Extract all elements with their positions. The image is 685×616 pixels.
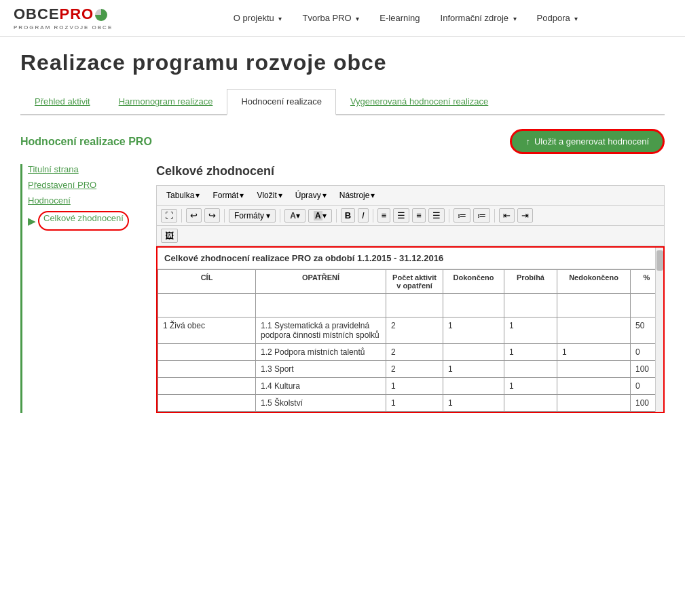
undo-icon[interactable]: ↩	[186, 208, 202, 223]
toolbar-row2: ⛶ ↩ ↪ Formáty ▾ A▾ A▾ B I ≡ ☰ ≡ ☰	[156, 206, 665, 226]
upravy-label: Úpravy	[295, 191, 321, 200]
tab-prehled-aktivit[interactable]: Přehled aktivit	[20, 89, 105, 114]
scrollbar-thumb[interactable]	[656, 250, 663, 271]
toolbar-format[interactable]: Formát ▾	[207, 189, 249, 202]
td-pocet: 1	[386, 378, 443, 395]
section-header: Hodnocení realizace PRO ↑ Uložit a gener…	[20, 129, 665, 154]
redo-icon[interactable]: ↪	[204, 208, 220, 223]
upravy-arrow-icon: ▾	[322, 191, 327, 200]
td-cil	[158, 378, 256, 395]
tab-vygenerovana[interactable]: Vygenerovaná hodnocení realizace	[336, 89, 502, 114]
nav-elearning[interactable]: E-learning	[379, 13, 420, 23]
logo-obce: OBCE	[14, 5, 60, 22]
tab-harmonogram[interactable]: Harmonogram realizace	[105, 89, 227, 114]
bg-a-icon: A	[314, 211, 322, 220]
editor-title: Celkové zhodnocení	[156, 164, 665, 178]
toolbar-nastroje[interactable]: Nástroje ▾	[334, 189, 381, 202]
sidebar-item-celkove-zhodnoceni[interactable]: ▶ Celkové zhodnocení	[28, 211, 143, 231]
bg-arrow-icon: ▾	[322, 211, 327, 220]
align-right-icon[interactable]: ≡	[412, 208, 426, 223]
content-box[interactable]: Celkové zhodnocení realizace PRO za obdo…	[156, 246, 665, 413]
bold-icon[interactable]: B	[341, 208, 355, 223]
save-generate-button[interactable]: ↑ Uložit a generovat hodnocení	[510, 129, 665, 154]
nav-o-projektu[interactable]: O projektu ▾	[234, 13, 282, 23]
top-navigation: OBCEPRO PROGRAM ROZVOJE OBCE O projektu …	[0, 0, 685, 37]
td-probiha	[504, 361, 557, 378]
sidebar-item-predstaveni-pro[interactable]: Představení PRO	[28, 180, 143, 190]
bg-color-btn[interactable]: A▾	[308, 209, 332, 223]
table-body: 1 Živá obec1.1 Systematická a pravidelná…	[158, 294, 663, 412]
nav-informacni-zdroje[interactable]: Informační zdroje ▾	[441, 13, 517, 23]
nav-arrow-icon: ▾	[513, 15, 517, 22]
td-dokonceno	[443, 344, 504, 361]
fullscreen-icon[interactable]: ⛶	[161, 209, 177, 223]
sidebar-active-link[interactable]: Celkové zhodnocení	[43, 213, 124, 223]
td-pocet: 2	[386, 361, 443, 378]
td-opatreni: 1.3 Sport	[256, 361, 386, 378]
align-left-icon[interactable]: ≡	[377, 208, 391, 223]
th-nedokonceno: Nedokončeno	[557, 270, 631, 294]
table-row: 1.2 Podpora místních talentů2110	[158, 344, 663, 361]
separator6	[449, 209, 449, 223]
sidebar-active-label: Celkové zhodnocení	[38, 211, 129, 231]
toolbar-tabulka[interactable]: Tabulka ▾	[161, 189, 205, 202]
nav-tvorba-pro[interactable]: Tvorba PRO ▾	[302, 13, 359, 23]
table-row: 1.4 Kultura110	[158, 378, 663, 395]
table-row	[158, 294, 663, 317]
td-opatreni: 1.1 Systematická a pravidelná podpora či…	[256, 317, 386, 344]
font-color-btn[interactable]: A▾	[284, 209, 306, 223]
nav-menu: O projektu ▾ Tvorba PRO ▾ E-learning Inf…	[140, 13, 671, 23]
logo: OBCEPRO PROGRAM ROZVOJE OBCE	[14, 5, 113, 31]
td-opatreni: 1.5 Školství	[256, 395, 386, 412]
sidebar-active-arrow-icon: ▶	[28, 216, 35, 227]
ordered-list-icon[interactable]: ≔	[473, 208, 490, 223]
scrollbar[interactable]	[655, 248, 663, 412]
formaty-dropdown[interactable]: Formáty ▾	[229, 209, 276, 223]
td-probiha: 1	[504, 378, 557, 395]
section-title: Hodnocení realizace PRO	[20, 136, 152, 148]
unordered-list-icon[interactable]: ≔	[453, 208, 470, 223]
separator1	[181, 209, 182, 223]
th-pocet: Počet aktivit v opatření	[386, 270, 443, 294]
tabulka-label: Tabulka	[166, 191, 194, 200]
main-layout: Titulní strana Představení PRO Hodnocení…	[20, 164, 665, 413]
table-row: 1 Živá obec1.1 Systematická a pravidelná…	[158, 317, 663, 344]
td-pocet: 2	[386, 344, 443, 361]
td-dokonceno: 1	[443, 317, 504, 344]
td-nedokonceno	[557, 361, 631, 378]
td-opatreni: 1.2 Podpora místních talentů	[256, 344, 386, 361]
td-probiha: 1	[504, 317, 557, 344]
th-probiha: Probíhá	[504, 270, 557, 294]
toolbar-upravy[interactable]: Úpravy ▾	[290, 189, 332, 202]
separator4	[336, 209, 337, 223]
td-dokonceno: 1	[443, 361, 504, 378]
sidebar-item-titulni-strana[interactable]: Titulní strana	[28, 164, 143, 174]
th-dokonceno: Dokončeno	[443, 270, 504, 294]
td-opatreni	[256, 294, 386, 317]
separator7	[494, 209, 495, 223]
font-a-icon: A	[290, 211, 296, 220]
format-label: Formát	[212, 191, 238, 200]
insert-image-icon[interactable]: 🖼	[161, 229, 178, 243]
vlozit-label: Vložit	[257, 191, 276, 200]
align-center-icon[interactable]: ☰	[393, 208, 409, 223]
td-cil	[158, 294, 256, 317]
td-dokonceno	[443, 294, 504, 317]
td-nedokonceno	[557, 294, 631, 317]
logo-pro: PRO	[60, 5, 94, 22]
align-justify-icon[interactable]: ☰	[428, 208, 445, 223]
tab-hodnoceni-realizace[interactable]: Hodnocení realizace	[227, 89, 336, 115]
indent-right-icon[interactable]: ⇥	[517, 208, 533, 223]
save-icon: ↑	[525, 136, 530, 147]
td-cil	[158, 344, 256, 361]
toolbar-vlozit[interactable]: Vložit ▾	[251, 189, 287, 202]
vlozit-arrow-icon: ▾	[278, 191, 282, 200]
td-cil: 1 Živá obec	[158, 317, 256, 344]
indent-left-icon[interactable]: ⇤	[499, 208, 515, 223]
td-probiha: 1	[504, 344, 557, 361]
italic-icon[interactable]: I	[358, 208, 369, 223]
nastroje-label: Nástroje	[339, 191, 370, 200]
sidebar-item-hodnoceni[interactable]: Hodnocení	[28, 195, 143, 206]
separator2	[224, 209, 225, 223]
nav-podpora[interactable]: Podpora ▾	[537, 13, 578, 23]
